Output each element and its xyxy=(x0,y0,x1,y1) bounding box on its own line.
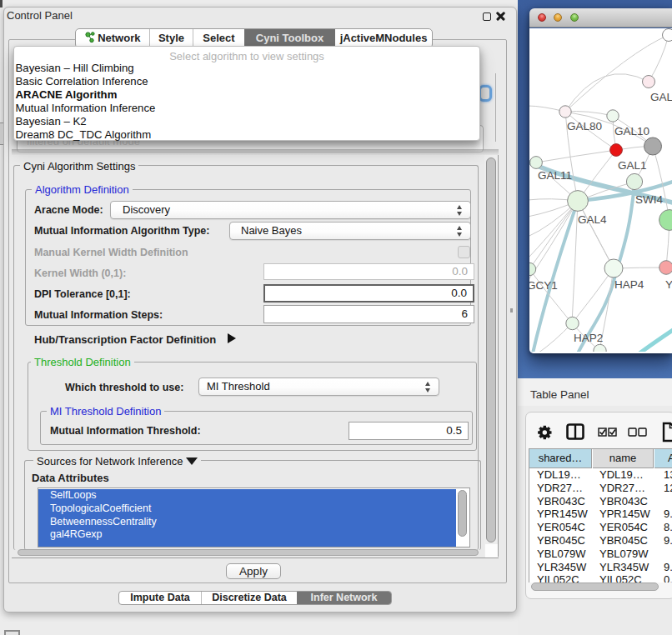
svg-text:GAL4: GAL4 xyxy=(578,213,607,226)
svg-text:HAP4: HAP4 xyxy=(614,278,644,291)
svg-text:Y: Y xyxy=(665,278,672,291)
svg-text:GAL1: GAL1 xyxy=(618,159,647,172)
svg-text:GAL: GAL xyxy=(650,91,672,103)
svg-text:GAL11: GAL11 xyxy=(538,169,572,182)
svg-text:HAP2: HAP2 xyxy=(574,332,603,344)
svg-text:GAL10: GAL10 xyxy=(614,125,649,138)
svg-text:GAL80: GAL80 xyxy=(567,120,602,132)
svg-text:SWI4: SWI4 xyxy=(635,193,663,206)
svg-text:GCY1: GCY1 xyxy=(529,279,558,292)
